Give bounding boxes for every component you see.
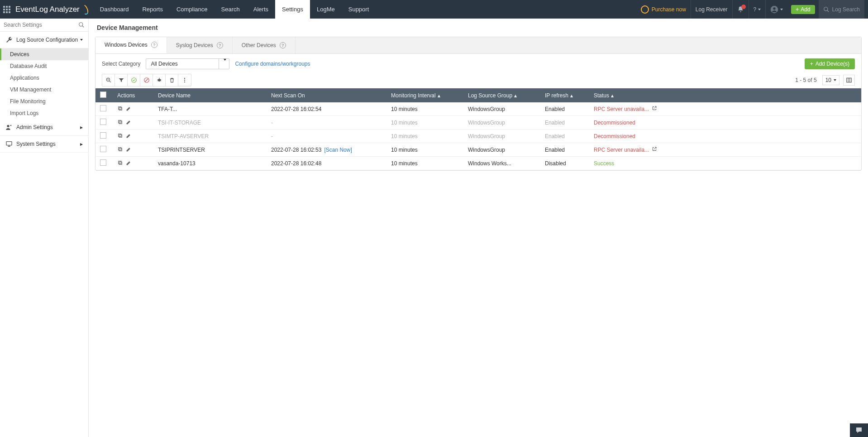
row-checkbox[interactable] xyxy=(100,159,106,166)
sidebar-item-applications[interactable]: Applications xyxy=(0,72,88,84)
sidebar-item-database-audit[interactable]: Database Audit xyxy=(0,60,88,72)
notification-badge xyxy=(741,5,746,9)
enable-tool[interactable] xyxy=(128,74,140,86)
topnav-item-compliance[interactable]: Compliance xyxy=(170,0,215,19)
purchase-now-link[interactable]: Purchase now xyxy=(636,0,691,19)
svg-rect-7 xyxy=(6,11,8,13)
col-header[interactable]: Log Source Group▴ xyxy=(463,88,540,102)
add-device-label: Add Device(s) xyxy=(816,61,849,67)
search-tool[interactable] xyxy=(102,74,115,86)
topnav-item-alerts[interactable]: Alerts xyxy=(247,0,275,19)
status-cell: Success xyxy=(589,157,861,170)
chevron-down-icon xyxy=(219,59,229,69)
sidebar-section-admin[interactable]: Admin Settings ▸ xyxy=(0,119,88,136)
sidebar-search xyxy=(0,19,88,32)
topbar-right: Purchase now Log Receiver ? + Add Log Se… xyxy=(636,0,868,19)
col-header[interactable]: Next Scan On xyxy=(267,88,386,102)
search-icon xyxy=(105,77,112,83)
top-add-button[interactable]: + Add xyxy=(791,5,815,14)
page-title: Device Management xyxy=(89,19,868,37)
topnav-item-dashboard[interactable]: Dashboard xyxy=(93,0,136,19)
tab-syslog-devices[interactable]: Syslog Devices? xyxy=(167,37,233,53)
copy-button[interactable] xyxy=(117,160,123,166)
topnav-item-reports[interactable]: Reports xyxy=(135,0,170,19)
table-row: TFA-T...2022-07-28 16:02:5410 minutesWin… xyxy=(95,102,861,116)
row-checkbox[interactable] xyxy=(100,132,106,139)
user-menu[interactable] xyxy=(765,0,787,19)
copy-button[interactable] xyxy=(117,133,123,139)
sidebar-section-label: System Settings xyxy=(16,141,56,147)
topnav-item-logme[interactable]: LogMe xyxy=(310,0,342,19)
status-text: Success xyxy=(594,160,614,167)
delete-tool[interactable] xyxy=(166,74,178,86)
more-dropdown: Refresh IP address Credentials xyxy=(178,86,191,86)
page-size-select[interactable]: 10 xyxy=(822,75,839,85)
copy-button[interactable] xyxy=(117,119,123,125)
select-all-checkbox[interactable] xyxy=(100,91,106,98)
external-link-icon[interactable] xyxy=(652,106,657,111)
chat-fab[interactable] xyxy=(850,423,868,437)
tab-other-devices[interactable]: Other Devices? xyxy=(233,37,296,53)
topnav-item-settings[interactable]: Settings xyxy=(275,0,310,19)
top-add-label: Add xyxy=(801,6,810,13)
col-header[interactable]: Status▴ xyxy=(589,88,861,102)
copy-button[interactable] xyxy=(117,146,123,152)
group-cell: WindowsGroup xyxy=(463,130,540,143)
group-cell: WindowsGroup xyxy=(463,116,540,130)
external-link-icon[interactable] xyxy=(652,146,657,152)
sidebar-item-devices[interactable]: Devices xyxy=(0,48,88,60)
sidebar-item-import-logs[interactable]: Import Logs xyxy=(0,107,88,119)
log-search-button[interactable]: Log Search xyxy=(819,0,864,19)
svg-rect-40 xyxy=(119,107,122,110)
tab-windows-devices[interactable]: Windows Devices? xyxy=(95,37,167,53)
col-header[interactable]: Monitoring Interval▴ xyxy=(386,88,463,102)
status-text: RPC Server unavaila... xyxy=(594,106,649,112)
disable-tool[interactable] xyxy=(140,74,153,86)
help-menu[interactable]: ? xyxy=(749,0,766,19)
sidebar-item-file-monitoring[interactable]: File Monitoring xyxy=(0,96,88,107)
topbar: EventLog Analyzer DashboardReportsCompli… xyxy=(0,0,868,19)
help-icon[interactable]: ? xyxy=(280,42,286,48)
sidebar-section-system[interactable]: System Settings ▸ xyxy=(0,136,88,153)
scan-now-link[interactable]: [Scan Now] xyxy=(324,147,352,153)
status-cell: Decommissioned xyxy=(589,116,861,130)
add-device-button[interactable]: + Add Device(s) xyxy=(805,58,855,69)
log-receiver-link[interactable]: Log Receiver xyxy=(691,0,732,19)
ip-refresh-cell: Enabled xyxy=(540,143,589,157)
edit-button[interactable] xyxy=(126,133,132,139)
edit-button[interactable] xyxy=(126,119,132,125)
more-tool[interactable]: Refresh IP address Credentials xyxy=(178,74,191,86)
col-header[interactable]: IP refresh▴ xyxy=(540,88,589,102)
copy-button[interactable] xyxy=(117,106,123,111)
table-row: vasanda-107132022-07-28 16:02:4810 minut… xyxy=(95,157,861,170)
help-icon[interactable]: ? xyxy=(217,42,223,48)
column-chooser[interactable] xyxy=(843,75,855,86)
edit-button[interactable] xyxy=(126,106,132,111)
row-checkbox[interactable] xyxy=(100,146,106,152)
category-select[interactable]: All Devices xyxy=(146,58,229,69)
row-checkbox[interactable] xyxy=(100,119,106,125)
notifications-button[interactable] xyxy=(732,0,749,19)
topnav-item-support[interactable]: Support xyxy=(342,0,376,19)
svg-line-26 xyxy=(145,79,148,82)
filter-icon xyxy=(118,77,124,83)
sidebar-section-log-source[interactable]: Log Source Configuration xyxy=(0,32,88,48)
device-name-cell: TSI-IT-STORAGE xyxy=(153,116,267,130)
bug-tool[interactable] xyxy=(153,74,166,86)
sidebar-search-input[interactable] xyxy=(0,19,88,31)
topnav: DashboardReportsComplianceSearchAlertsSe… xyxy=(93,0,376,19)
svg-rect-17 xyxy=(6,142,12,145)
configure-domains-link[interactable]: Configure domains/workgroups xyxy=(235,61,310,67)
tab-label: Other Devices xyxy=(242,42,276,48)
row-checkbox[interactable] xyxy=(100,105,106,111)
edit-button[interactable] xyxy=(126,146,132,152)
apps-menu-icon[interactable] xyxy=(0,6,14,13)
filter-tool[interactable] xyxy=(115,74,128,86)
category-value: All Devices xyxy=(146,59,219,69)
topnav-item-search[interactable]: Search xyxy=(215,0,247,19)
status-cell: RPC Server unavaila... xyxy=(589,102,861,116)
edit-button[interactable] xyxy=(126,160,132,166)
help-icon[interactable]: ? xyxy=(151,42,157,48)
sidebar-item-vm-management[interactable]: VM Management xyxy=(0,84,88,96)
status-text: RPC Server unavaila... xyxy=(594,147,649,153)
